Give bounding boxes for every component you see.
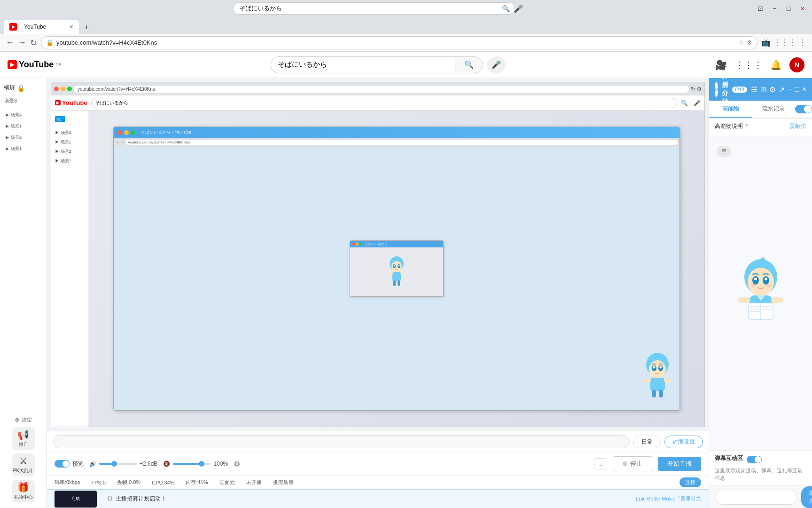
youtube-notifications-icon[interactable]: 🔔	[770, 59, 782, 71]
top-search-input[interactable]: そばにいるから	[233, 2, 515, 15]
panel-chat-icon[interactable]: ✉	[760, 85, 766, 94]
nested-sidebar-scene4[interactable]: ▶ 场景4	[53, 128, 86, 137]
volume-control: 🔊 +2.6dB	[89, 460, 157, 467]
sidebar-item-scene1a[interactable]: ▶场景1	[4, 121, 43, 131]
youtube-camera-icon[interactable]: 🎥	[715, 59, 727, 71]
more-icon[interactable]: ⋮	[799, 38, 806, 47]
nested-mic-icon[interactable]: 🎤	[694, 100, 701, 106]
youtube-avatar[interactable]: N	[789, 57, 804, 72]
gift-center-icon-wrap[interactable]: 🎁 礼物中心	[12, 480, 35, 502]
cover-tab[interactable]: 封面设置	[664, 436, 703, 448]
nested-sidebar-scene1[interactable]: ▶ 场景1	[53, 137, 86, 147]
tab-close-button[interactable]: ×	[70, 23, 73, 31]
super-deep-content: ← → youtube.com/watch?v=H4cX4Et0Kns	[114, 138, 679, 411]
connect-button[interactable]: 连接	[679, 477, 701, 487]
stop-button[interactable]: 停止	[613, 456, 652, 471]
panel-minimize-icon[interactable]: −	[788, 85, 792, 94]
toggle-knob	[62, 460, 69, 467]
right-panel: 开播分钟 0/10 ☰ ✉ ⚙ ↗ − □ × 高能物 流水记录	[709, 78, 812, 508]
nested-sidebar-scene1b[interactable]: ▶ 场景1	[53, 156, 86, 166]
nested-sidebar-promote[interactable]: 推广	[53, 114, 86, 124]
svg-rect-20	[652, 390, 656, 397]
promote-icon: 📢	[17, 429, 29, 440]
youtube-logo-icon: ▶	[8, 60, 17, 69]
forward-button[interactable]: →	[18, 38, 26, 48]
sidebar-item-scene4[interactable]: ▶场景4	[4, 110, 43, 119]
preview-toggle-switch[interactable]	[55, 460, 70, 468]
address-input[interactable]: youtube.com/watch?v=H4cX4Et0Kns	[56, 39, 735, 46]
mute-slider[interactable]	[173, 463, 211, 465]
banner-text: 《》主播招募计划启动！	[104, 495, 166, 503]
close-button[interactable]: ×	[797, 3, 808, 14]
bitrate-stat: 码率:0kbps	[55, 479, 80, 486]
send-input[interactable]	[715, 490, 797, 505]
tab-toggle[interactable]	[795, 101, 812, 118]
start-live-button[interactable]: 开始直播	[658, 457, 701, 471]
volume-slider[interactable]	[99, 463, 137, 465]
youtube-search-button[interactable]: 🔍	[455, 56, 483, 73]
scene-lock-icon[interactable]: 🔒	[17, 84, 25, 92]
quality-stat: 推流质量	[273, 479, 294, 486]
nested-sidebar-scene2[interactable]: ▶ 场景2	[53, 147, 86, 156]
section-title: 高能物说明	[715, 122, 743, 130]
scene-input[interactable]	[53, 435, 630, 448]
nested-settings-icon[interactable]: ⚙	[697, 86, 702, 92]
push-status: 未开播	[246, 479, 262, 486]
deep-btn-green	[131, 130, 135, 135]
back-button[interactable]: ←	[6, 38, 14, 48]
youtube-search-input[interactable]: そばにいるから	[271, 56, 455, 73]
panel-menu-icon[interactable]: ☰	[751, 85, 757, 94]
mini-address: youtube.com/watch?v=H4cX4Et0Kns	[126, 140, 677, 145]
mute-fill	[173, 463, 199, 465]
subtitle-button[interactable]: ...	[594, 458, 607, 469]
nested-dot-yellow	[61, 87, 65, 91]
nested-reload-icon[interactable]: ↻	[691, 86, 695, 92]
tab-history[interactable]: 流水记录	[752, 101, 796, 118]
lock-icon: 🔒	[46, 39, 54, 46]
mixer-icon[interactable]: ⚙	[234, 460, 240, 468]
minimize-button[interactable]: −	[769, 3, 780, 14]
youtube-tab[interactable]: ▶ - YouTube ×	[4, 20, 79, 34]
panel-share-icon[interactable]: ↗	[779, 85, 785, 94]
svg-point-12	[649, 360, 666, 378]
panel-anime-wrap: 空	[709, 136, 812, 450]
svg-point-24	[716, 89, 716, 90]
youtube-mic-button[interactable]: 🎤	[487, 56, 506, 73]
ultra-deep-panel: そばにいるから	[350, 240, 444, 297]
section-value: 贡献值	[789, 122, 806, 130]
tab-highlights[interactable]: 高能物	[709, 101, 752, 118]
screenshot-icon[interactable]: ⊡	[755, 3, 766, 14]
extensions-icon[interactable]: ⚙	[747, 39, 752, 46]
danmu-toggle[interactable]	[747, 456, 762, 463]
stop-icon	[623, 461, 627, 466]
panel-maximize-icon[interactable]: □	[795, 85, 799, 94]
help-icon[interactable]: ?	[745, 123, 748, 130]
reload-button[interactable]: ↻	[30, 38, 37, 48]
top-mic-icon[interactable]: 🎤	[514, 4, 523, 13]
nested-yt-header: ▶ YouTube 🔍 🎤	[51, 95, 704, 111]
panel-settings-icon[interactable]: ⚙	[769, 85, 776, 94]
normal-tab[interactable]: 日常	[633, 436, 661, 448]
clear-button[interactable]: 🗑 清空	[15, 416, 32, 423]
pill-toggle-switch[interactable]	[795, 105, 812, 113]
panel-close-icon[interactable]: ×	[802, 85, 806, 94]
apps-icon[interactable]: ⋮⋮⋮	[773, 38, 796, 47]
sidebar-item-scene2[interactable]: ▶场景2	[4, 133, 43, 142]
svg-rect-17	[650, 378, 665, 391]
panel-header-right: ☰ ✉ ⚙ ↗ − □ ×	[751, 85, 806, 94]
nested-search-icon[interactable]: 🔍	[681, 100, 688, 106]
new-tab-button[interactable]: +	[80, 21, 93, 34]
youtube-header: ▶ YouTube DE そばにいるから 🔍 🎤 🎥 ⋮⋮⋮ 🔔 N	[0, 52, 812, 78]
cast-icon[interactable]: 📺	[761, 38, 771, 47]
send-button[interactable]: 发送	[801, 486, 812, 508]
bookmark-icon[interactable]: ☆	[738, 39, 744, 46]
svg-point-27	[717, 89, 717, 89]
nested-address: youtube.com/watch?v=H4cX4Et0Kns	[74, 86, 689, 93]
svg-point-25	[717, 89, 717, 90]
youtube-apps-icon[interactable]: ⋮⋮⋮	[734, 59, 763, 71]
promote-icon-wrap[interactable]: 📢 推广	[12, 427, 35, 450]
maximize-button[interactable]: □	[783, 3, 794, 14]
pk-icon-wrap[interactable]: ⚔ PK大乱斗	[12, 453, 35, 476]
sidebar-item-scene1b[interactable]: ▶场景1	[4, 144, 43, 153]
nested-search-input[interactable]	[91, 98, 677, 108]
